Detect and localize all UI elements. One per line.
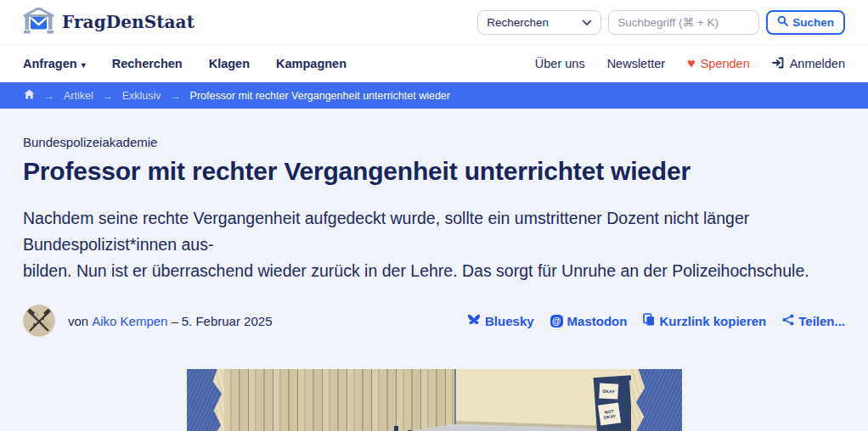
search-button[interactable]: Suchen	[766, 10, 845, 35]
nav-item-spenden[interactable]: ♥ Spenden	[687, 56, 750, 71]
chevron-down-icon: ▾	[82, 60, 86, 70]
nav-item-label: Über uns	[535, 57, 585, 70]
fragdenstaat-logo-icon	[23, 8, 54, 37]
search-input[interactable]	[608, 10, 759, 35]
search-icon	[777, 15, 788, 29]
article-kicker[interactable]: Bundespolizeiakademie	[23, 135, 845, 149]
nav-item-label: Anfragen	[23, 57, 77, 70]
chair-clamp	[394, 426, 398, 431]
home-icon[interactable]	[24, 89, 35, 102]
bluesky-butterfly-icon	[467, 314, 481, 328]
breadcrumb-arrow-icon: →	[171, 90, 181, 102]
share-link-label: Kurzlink kopieren	[659, 314, 766, 328]
photo-wall-seam	[454, 369, 456, 424]
article-main: Bundespolizeiakademie Professor mit rech…	[0, 135, 868, 431]
search-button-label: Suchen	[792, 16, 834, 29]
copy-link-icon	[643, 313, 655, 328]
classroom-photo: OKAY NOT OKAY	[224, 369, 631, 431]
nav-item-anmelden[interactable]: Anmelden	[772, 57, 845, 71]
share-link-label: Mastodon	[567, 314, 628, 328]
brand-logo[interactable]: FragDenStaat	[23, 8, 194, 37]
nav-item-ueber-uns[interactable]: Über uns	[535, 57, 585, 70]
share-nodes-icon	[782, 314, 794, 328]
breadcrumb-item-exklusiv[interactable]: Exklusiv	[122, 90, 161, 102]
share-row: Bluesky @ Mastodon Kurzlink kopieren Tei…	[467, 313, 845, 328]
lede-line-1: Nachdem seine rechte Vergangenheit aufge…	[23, 209, 749, 254]
breadcrumb-arrow-icon: →	[44, 90, 54, 102]
nav-right-group: Über uns Newsletter ♥ Spenden Anmelden	[535, 56, 845, 71]
brand-wordmark: FragDenStaat	[62, 12, 194, 32]
nav-item-recherchen[interactable]: Recherchen	[112, 57, 183, 70]
author-link[interactable]: Aiko Kempen	[92, 314, 167, 328]
main-nav: Anfragen ▾ Recherchen Klagen Kampagnen Ü…	[0, 45, 868, 82]
byline-prefix: von	[68, 314, 88, 328]
heart-icon: ♥	[687, 56, 696, 71]
breadcrumb: → Artikel → Exklusiv → Professor mit rec…	[0, 82, 868, 109]
nav-item-label: Newsletter	[607, 57, 666, 70]
mastodon-icon: @	[550, 315, 563, 327]
share-mastodon-link[interactable]: @ Mastodon	[550, 314, 628, 328]
photo-bulletin-board: OKAY NOT OKAY	[593, 374, 630, 431]
byline-separator: –	[171, 314, 178, 328]
chevron-down-icon	[582, 16, 592, 29]
okay-card: OKAY	[599, 383, 618, 399]
article-lede: Nachdem seine rechte Vergangenheit aufge…	[23, 205, 845, 284]
search-category-value: Recherchen	[487, 16, 549, 29]
lede-line-2: bilden. Nun ist er überraschend wieder z…	[23, 261, 809, 280]
byline: von Aiko Kempen – 5. Februar 2025	[68, 314, 273, 328]
breadcrumb-item-current: Professor mit rechter Vergangenheit unte…	[190, 90, 450, 102]
nav-left-group: Anfragen ▾ Recherchen Klagen Kampagnen	[23, 57, 347, 70]
board-paper-shape	[628, 379, 630, 404]
nav-item-label: Recherchen	[112, 57, 183, 70]
sign-in-icon	[772, 57, 785, 71]
share-link-label: Teilen...	[798, 314, 845, 328]
nav-item-label: Spenden	[701, 57, 750, 70]
share-link-label: Bluesky	[485, 314, 534, 328]
nav-item-anfragen[interactable]: Anfragen ▾	[23, 57, 86, 70]
article-title: Professor mit rechter Vergangenheit unte…	[23, 155, 845, 188]
copy-shortlink-link[interactable]: Kurzlink kopieren	[643, 313, 766, 328]
nav-item-kampagnen[interactable]: Kampagnen	[276, 57, 347, 70]
nav-item-klagen[interactable]: Klagen	[209, 57, 250, 70]
hero-image: OKAY NOT OKAY	[187, 369, 682, 431]
breadcrumb-item-artikel[interactable]: Artikel	[64, 90, 93, 102]
share-bluesky-link[interactable]: Bluesky	[467, 314, 534, 328]
nav-item-label: Kampagnen	[276, 57, 347, 70]
article-date: 5. Februar 2025	[182, 314, 273, 328]
article-figure: OKAY NOT OKAY	[23, 369, 845, 431]
article-meta-row: von Aiko Kempen – 5. Februar 2025 Bluesk…	[23, 305, 845, 337]
search-category-select[interactable]: Recherchen	[477, 10, 601, 35]
top-header: FragDenStaat Recherchen Suchen	[0, 0, 868, 45]
author-avatar[interactable]	[23, 305, 55, 337]
not-okay-card: NOT OKAY	[598, 403, 621, 426]
share-more-link[interactable]: Teilen...	[782, 314, 845, 328]
breadcrumb-arrow-icon: →	[103, 90, 113, 102]
nav-item-label: Klagen	[209, 57, 250, 70]
nav-item-label: Anmelden	[790, 57, 845, 70]
search-area: Recherchen Suchen	[477, 10, 845, 35]
nav-item-newsletter[interactable]: Newsletter	[607, 57, 666, 70]
